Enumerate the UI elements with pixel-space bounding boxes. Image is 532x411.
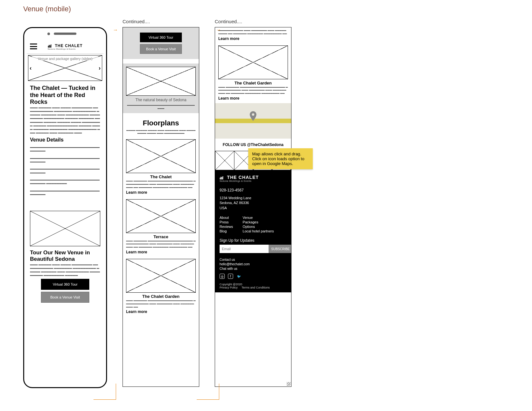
frame-3-col: Continued.... ▬▬▬▬▬▬▬▬▬▬▬ ▬▬▬ ▬▬▬▬▬▬▬ ▬▬… bbox=[215, 19, 291, 387]
facebook-icon[interactable]: f bbox=[228, 274, 233, 279]
brand-logo[interactable]: THE CHALET Sedona Weddings & Events bbox=[48, 44, 83, 50]
map-annotation: Map allows click and drag. Click on icon… bbox=[248, 148, 313, 169]
floorplan-terrace-learn[interactable]: Learn more bbox=[126, 250, 196, 254]
floorplans-intro: ▬▬▬▬ ▬▬▬▬▬ ▬▬▬▬ ▬▬▬ ▬▬▬▬▬▬ ▬▬▬ ▬▬▬▬▬▬▬▬ … bbox=[126, 129, 196, 135]
tour-section: Tour Our New Venue in Beautiful Sedona ▬… bbox=[27, 208, 103, 308]
mobile-header: THE CHALET Sedona Weddings & Events bbox=[27, 40, 103, 54]
footer-link[interactable]: Press bbox=[220, 220, 233, 224]
svg-rect-7 bbox=[222, 176, 223, 180]
book-visit-button[interactable]: Book a Venue Visit bbox=[41, 292, 89, 303]
floorplan-garden-learn[interactable]: Learn more bbox=[126, 309, 196, 314]
svg-rect-5 bbox=[221, 177, 222, 179]
footer: THE CHALET Sedona Weddings & Events 928-… bbox=[215, 170, 291, 292]
svg-rect-4 bbox=[220, 178, 221, 180]
privacy-link[interactable]: Privacy Policy bbox=[220, 286, 238, 289]
floorplan-terrace-title: Terrace bbox=[126, 234, 196, 239]
floorplan-garden2-title: The Chalet Garden bbox=[218, 81, 288, 85]
book-visit-button-2[interactable]: Book a Venue Visit bbox=[140, 44, 182, 54]
footer-email-link[interactable]: hello@thechalet.com bbox=[220, 262, 250, 266]
floorplans-section: Floorplans ▬▬▬▬ ▬▬▬▬▬ ▬▬▬▬ ▬▬▬ ▬▬▬▬▬▬ ▬▬… bbox=[123, 113, 199, 317]
virtual-tour-button-2[interactable]: Virtual 360 Tour bbox=[140, 33, 182, 42]
subscribe-button[interactable]: SUBSCRIBE bbox=[269, 245, 291, 253]
svg-rect-6 bbox=[222, 177, 222, 180]
continued-label: Continued.... bbox=[123, 19, 199, 25]
sedona-feature: The natural beauty of Sedona ▬▬▬▬▬▬▬▬▬▬▬… bbox=[123, 64, 199, 113]
garden-continued: ▬▬▬▬▬▬▬▬▬▬▬ ▬▬▬ ▬▬▬▬▬▬▬ ▬▬▬ ▬▬▬▬▬▬▬▬▬ ▬▬… bbox=[215, 27, 291, 103]
floorplan-terrace-body: ▬▬▬ ▬▬▬▬▬▬ ▬▬▬▬▬▬▬▬▬▬▬▬▬▬▬▬▬▬▬▬ ▬▬▬▬▬▬▬▬… bbox=[126, 239, 196, 249]
footer-link[interactable]: About bbox=[220, 216, 233, 220]
map-pin-icon[interactable] bbox=[249, 111, 257, 122]
sedona-caption: The natural beauty of Sedona bbox=[126, 98, 196, 102]
footer-social: ◎ f 🐦 bbox=[220, 274, 287, 279]
garden-cont-learn[interactable]: Learn more bbox=[218, 36, 288, 41]
twitter-icon[interactable]: 🐦 bbox=[236, 274, 241, 279]
svg-rect-2 bbox=[50, 45, 50, 48]
floorplan-garden2-learn[interactable]: Learn more bbox=[218, 96, 288, 101]
floorplan-garden2-image bbox=[218, 45, 288, 79]
footer-links: About Press Reviews Blog Venue Packages … bbox=[220, 215, 287, 234]
frame-2-screen: Virtual 360 Tour Book a Venue Visit The … bbox=[123, 27, 199, 387]
tour-title: Tour Our New Venue in Beautiful Sedona bbox=[30, 250, 100, 263]
svg-rect-3 bbox=[51, 44, 51, 48]
phone-shell: THE CHALET Sedona Weddings & Events Venu… bbox=[23, 27, 107, 388]
footer-link[interactable]: Reviews bbox=[220, 225, 233, 229]
venue-details-title: Venue Details bbox=[30, 137, 100, 143]
hero-section: The Chalet — Tucked in the Heart of the … bbox=[27, 82, 103, 199]
footer-logo: THE CHALET Sedona Weddings & Events bbox=[220, 175, 287, 182]
instagram-icon[interactable]: ◎ bbox=[220, 274, 225, 279]
hero-body: ▬▬▬ ▬▬▬▬▬ ▬▬▬ ▬▬▬▬ ▬▬▬▬▬▬▬▬ ▬▬▬▬▬▬▬▬▬▬▬ … bbox=[30, 106, 100, 135]
signup-label: Sign Up for Updates bbox=[220, 238, 287, 243]
floorplan-chalet-body: ▬▬▬ ▬▬▬▬▬▬ ▬▬▬▬▬▬▬▬▬▬▬▬▬▬▬▬▬▬▬▬ ▬▬▬▬▬▬▬▬… bbox=[126, 179, 196, 189]
footer-phone: 928-123-4567 bbox=[220, 188, 287, 192]
arrow-right-icon: → bbox=[113, 27, 118, 33]
social-thumb[interactable] bbox=[215, 151, 234, 170]
svg-rect-0 bbox=[48, 46, 49, 48]
frame-2-col: Continued.... Virtual 360 Tour Book a Ve… bbox=[123, 19, 199, 387]
sedona-subtext: ▬▬▬▬▬▬▬▬▬▬▬▬▬▬▬▬▬▬▬▬▬▬▬▬▬▬▬▬▬▬▬▬▬ bbox=[126, 103, 196, 110]
footer-link[interactable]: Blog bbox=[220, 229, 233, 233]
tour-image bbox=[30, 211, 100, 246]
page-title: Venue (mobile) bbox=[23, 5, 71, 13]
floorplan-garden-image bbox=[126, 259, 196, 293]
floorplans-title: Floorplans bbox=[126, 119, 196, 127]
floorplan-garden2-body: ▬▬▬ ▬▬▬▬▬▬ ▬▬▬▬▬▬▬▬▬▬▬▬▬▬▬▬▬▬▬▬ ▬▬▬▬▬▬▬▬… bbox=[218, 85, 288, 95]
arrow-right-icon: → bbox=[216, 27, 221, 33]
floorplan-terrace-image bbox=[126, 199, 196, 233]
frame-3-screen: ▬▬▬▬▬▬▬▬▬▬▬ ▬▬▬ ▬▬▬▬▬▬▬ ▬▬▬ ▬▬▬▬▬▬▬▬▬ ▬▬… bbox=[215, 27, 291, 387]
cta-repeat-box: Virtual 360 Tour Book a Venue Visit bbox=[123, 27, 199, 59]
footer-link[interactable]: Local hotel partners bbox=[243, 229, 274, 233]
footer-address: 1234 Wedding Lane Sedona, AZ 86336 USA bbox=[220, 196, 287, 210]
floorplan-chalet-learn[interactable]: Learn more bbox=[126, 190, 196, 195]
svg-rect-1 bbox=[49, 45, 49, 48]
map[interactable] bbox=[215, 103, 291, 139]
email-input[interactable] bbox=[220, 245, 269, 253]
floorplan-garden-title: The Chalet Garden bbox=[126, 294, 196, 299]
floorplan-chalet-title: The Chalet bbox=[126, 174, 196, 179]
tour-body: ▬▬▬ ▬▬▬▬▬ ▬▬▬ ▬▬▬▬ ▬▬▬▬▬▬▬▬ ▬▬▬▬▬▬▬▬▬▬▬ … bbox=[30, 263, 100, 277]
hero-title: The Chalet — Tucked in the Heart of the … bbox=[30, 85, 100, 106]
frame-1-col: THE CHALET Sedona Weddings & Events Venu… bbox=[23, 19, 107, 388]
footer-contact: Contact us hello@thechalet.com Chat with… bbox=[220, 258, 287, 271]
floorplan-chalet-image bbox=[126, 139, 196, 173]
virtual-tour-button[interactable]: Virtual 360 Tour bbox=[41, 279, 89, 290]
continued-label-2: Continued.... bbox=[215, 19, 291, 25]
venue-details-body: ▬▬▬▬▬▬▬▬▬▬▬▬▬▬▬▬▬▬▬▬▬▬▬▬▬▬▬▬▬▬▬▬▬▬▬▬▬▬▬▬… bbox=[30, 145, 100, 196]
chevron-left-icon[interactable]: ‹ bbox=[30, 65, 32, 72]
wireframe-row: THE CHALET Sedona Weddings & Events Venu… bbox=[23, 19, 291, 388]
footer-legal: Copyright @2020 Privacy Policy Terms and… bbox=[220, 283, 287, 289]
resize-grip-icon bbox=[287, 382, 291, 386]
flow-arrow bbox=[197, 384, 219, 400]
footer-chat-link[interactable]: Chat with us bbox=[220, 267, 237, 270]
footer-link[interactable]: Venue bbox=[243, 216, 274, 220]
gallery-slider[interactable]: Venue and package gallery (slider) ‹ › bbox=[28, 55, 102, 81]
garden-cont-body: ▬▬▬▬▬▬▬▬▬▬▬ ▬▬▬ ▬▬▬▬▬▬▬ ▬▬▬ ▬▬▬▬▬▬▬▬▬ ▬▬… bbox=[218, 29, 288, 35]
hamburger-icon[interactable] bbox=[30, 44, 37, 49]
footer-link[interactable]: Packages bbox=[243, 220, 274, 224]
chevron-right-icon[interactable]: › bbox=[99, 65, 101, 72]
flow-arrow bbox=[94, 384, 116, 400]
floorplan-garden-body: ▬▬▬ ▬▬▬▬▬▬ ▬▬▬▬▬▬▬▬▬▬▬▬▬▬▬▬▬▬▬▬ ▬▬▬▬▬▬▬▬… bbox=[126, 299, 196, 308]
sedona-image bbox=[126, 67, 196, 96]
footer-link[interactable]: Options bbox=[243, 225, 274, 229]
terms-link[interactable]: Terms and Conditions bbox=[241, 286, 270, 289]
gallery-label: Venue and package gallery (slider) bbox=[30, 57, 101, 61]
